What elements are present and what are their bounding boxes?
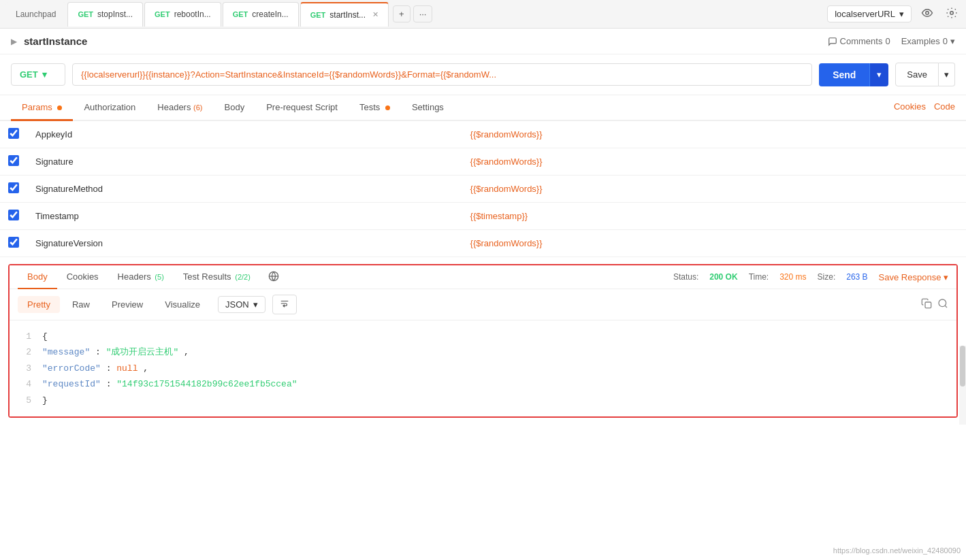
- param-value: {{$randomWords}}: [462, 121, 966, 148]
- param-checkbox[interactable]: [8, 128, 19, 139]
- param-key: SignatureMethod: [27, 176, 462, 203]
- tab-label: rebootIn...: [174, 10, 211, 19]
- tab-stop[interactable]: GET stopInst...: [67, 2, 143, 27]
- response-tab-cookies[interactable]: Cookies: [57, 265, 108, 289]
- param-checkbox[interactable]: [8, 237, 19, 248]
- tab-params[interactable]: Params: [11, 95, 73, 121]
- eye-icon-button[interactable]: [918, 4, 936, 24]
- code-line: 4 "requestId" : "14f93c1751544182b99c62e…: [20, 376, 946, 392]
- add-tab-button[interactable]: +: [393, 5, 410, 22]
- code-line: 5 }: [20, 393, 946, 408]
- request-title-bar: ▶ startInstance Comments 0 Examples 0 ▾: [0, 29, 966, 54]
- svg-rect-4: [925, 302, 931, 308]
- svg-point-0: [926, 11, 929, 14]
- search-button[interactable]: [937, 298, 948, 312]
- size-value: 263 B: [846, 272, 867, 282]
- view-tab-pretty[interactable]: Pretty: [18, 296, 60, 313]
- param-value: {{$randomWords}}: [462, 176, 966, 203]
- tab-body[interactable]: Body: [214, 95, 256, 121]
- tab-authorization[interactable]: Authorization: [73, 95, 146, 121]
- copy-button[interactable]: [921, 298, 932, 312]
- wrap-button[interactable]: [272, 295, 297, 314]
- table-row: Signature {{$randomWords}}: [0, 148, 966, 176]
- code-content: "requestId" : "14f93c1751544182b99c62ee1…: [42, 376, 297, 392]
- code-link[interactable]: Code: [934, 101, 955, 112]
- scrollbar-thumb[interactable]: [960, 346, 965, 386]
- chevron-down-icon: ▾: [42, 69, 47, 80]
- comments-count: 0: [885, 36, 890, 46]
- line-number: 3: [20, 361, 31, 376]
- param-checkbox[interactable]: [8, 182, 19, 193]
- tab-start[interactable]: GET startInst... ✕: [300, 2, 389, 27]
- view-tab-visualize[interactable]: Visualize: [155, 296, 210, 313]
- tab-label: startInst...: [329, 10, 366, 20]
- more-tabs-button[interactable]: ···: [413, 5, 433, 22]
- send-dropdown-button[interactable]: ▾: [869, 63, 888, 86]
- tab-label: Tests: [359, 102, 380, 112]
- param-checkbox[interactable]: [8, 210, 19, 220]
- tab-launchpad[interactable]: Launchpad: [5, 2, 66, 27]
- response-status-bar: Status: 200 OK Time: 320 ms Size: 263 B …: [673, 272, 948, 282]
- response-tab-body[interactable]: Body: [18, 265, 57, 289]
- tests-dot-icon: [385, 105, 390, 110]
- params-area: AppkeyId {{$randomWords}} Signature {{$r…: [0, 121, 966, 257]
- scrollbar-track[interactable]: [959, 346, 966, 425]
- chevron-down-icon: ▾: [899, 9, 904, 19]
- examples-label: Examples: [901, 36, 940, 46]
- tab-bar: Launchpad GET stopInst... GET rebootIn..…: [0, 0, 966, 29]
- params-dot-icon: [57, 105, 62, 110]
- tab-headers[interactable]: Headers (6): [146, 95, 213, 121]
- tab-label: Headers: [118, 271, 154, 282]
- response-section: Body Cookies Headers (5) Test Results (2…: [8, 264, 958, 418]
- cookies-link[interactable]: Cookies: [894, 101, 926, 112]
- params-table: AppkeyId {{$randomWords}} Signature {{$r…: [0, 121, 966, 257]
- comments-label: Comments: [840, 36, 883, 46]
- chevron-down-icon: ▾: [253, 299, 258, 310]
- send-button[interactable]: Send: [819, 63, 869, 86]
- code-content: "errorCode" : null ,: [42, 361, 148, 376]
- settings-icon-button[interactable]: [943, 4, 961, 24]
- response-tabs: Body Cookies Headers (5) Test Results (2…: [10, 265, 956, 289]
- globe-icon: [268, 271, 279, 284]
- line-number: 5: [20, 393, 31, 408]
- code-content: }: [42, 393, 48, 408]
- param-checkbox[interactable]: [8, 155, 19, 166]
- tab-actions: + ···: [393, 5, 432, 22]
- param-key: AppkeyId: [27, 121, 462, 148]
- table-row: SignatureMethod {{$randomWords}}: [0, 176, 966, 203]
- format-selector[interactable]: JSON ▾: [218, 296, 265, 313]
- tab-prerequest[interactable]: Pre-request Script: [255, 95, 349, 121]
- response-tab-test-results[interactable]: Test Results (2/2): [174, 265, 260, 289]
- code-area: 1 { 2 "message" : "成功开启云主机" , 3 "errorCo: [10, 320, 956, 416]
- response-tab-headers[interactable]: Headers (5): [108, 265, 174, 289]
- tab-tests[interactable]: Tests: [349, 95, 401, 121]
- save-button[interactable]: Save: [895, 63, 939, 86]
- tab-reboot[interactable]: GET rebootIn...: [144, 2, 221, 27]
- chevron-down-icon: ▾: [950, 36, 955, 46]
- examples-section[interactable]: Examples 0 ▾: [901, 36, 955, 46]
- param-key: Signature: [27, 148, 462, 176]
- param-value: {{$randomWords}}: [462, 148, 966, 176]
- save-response-button[interactable]: Save Response ▾: [879, 272, 948, 282]
- method-selector[interactable]: GET ▾: [11, 63, 65, 86]
- time-label: Time:: [749, 272, 769, 282]
- tab-create[interactable]: GET createIn...: [223, 2, 299, 27]
- close-tab-icon[interactable]: ✕: [372, 10, 379, 19]
- save-response-label: Save Response: [879, 272, 941, 282]
- tab-label: createIn...: [252, 10, 288, 19]
- response-actions: [921, 298, 948, 312]
- nav-tabs: Params Authorization Headers (6) Body Pr…: [0, 95, 966, 121]
- view-tab-raw[interactable]: Raw: [63, 296, 99, 313]
- table-row: AppkeyId {{$randomWords}}: [0, 121, 966, 148]
- url-input[interactable]: [72, 63, 812, 86]
- save-dropdown-button[interactable]: ▾: [939, 63, 955, 86]
- env-selector[interactable]: localserverURL ▾: [827, 5, 912, 22]
- view-tab-preview[interactable]: Preview: [102, 296, 152, 313]
- tab-settings[interactable]: Settings: [401, 95, 455, 121]
- tab-label: Launchpad: [16, 10, 56, 19]
- svg-point-5: [939, 299, 946, 307]
- comments-section[interactable]: Comments 0: [828, 36, 890, 46]
- tab-method-badge: GET: [310, 11, 326, 19]
- size-label: Size:: [818, 272, 836, 282]
- time-value: 320 ms: [779, 272, 806, 282]
